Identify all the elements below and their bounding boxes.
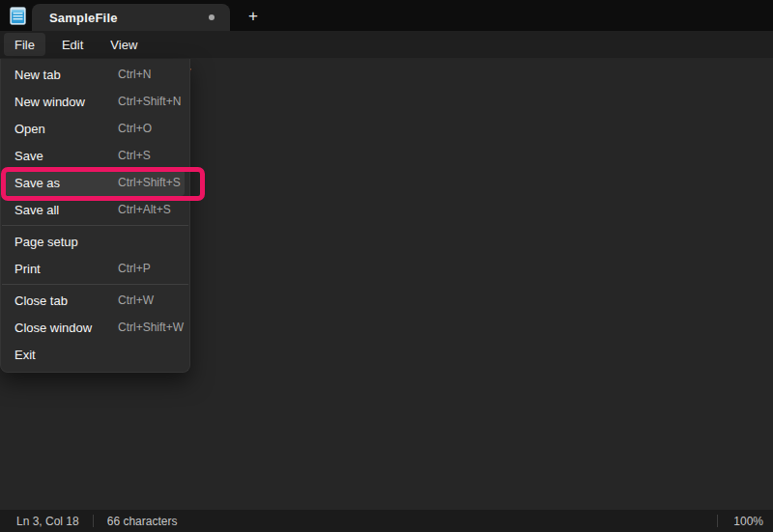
cursor-position: Ln 3, Col 18: [0, 515, 93, 528]
menu-item-new-window[interactable]: New window Ctrl+Shift+N: [6, 88, 185, 115]
notepad-window: SampleFile + File Edit View y New tab Ct…: [0, 0, 773, 532]
menu-item-shortcut: Ctrl+Shift+W: [118, 321, 184, 334]
menu-item-shortcut: Ctrl+Shift+N: [118, 95, 181, 108]
zoom-level[interactable]: 100%: [718, 515, 773, 528]
menu-item-print[interactable]: Print Ctrl+P: [6, 255, 185, 282]
menubar-item-file[interactable]: File: [4, 33, 45, 56]
menu-item-label: Page setup: [14, 235, 118, 249]
character-count: 66 characters: [94, 515, 191, 528]
menu-item-shortcut: Ctrl+Shift+S: [118, 176, 181, 189]
menu-item-close-window[interactable]: Close window Ctrl+Shift+W: [6, 314, 185, 341]
menu-item-label: Open: [14, 122, 118, 136]
menu-item-shortcut: Ctrl+N: [118, 68, 151, 81]
menu-separator: [2, 284, 188, 285]
tab-title: SampleFile: [49, 11, 118, 25]
menu-separator: [2, 225, 188, 226]
menu-item-shortcut: Ctrl+W: [118, 294, 154, 307]
file-menu-dropdown: New tab Ctrl+N New window Ctrl+Shift+N O…: [0, 59, 190, 373]
menu-item-shortcut: Ctrl+S: [118, 149, 151, 162]
menu-item-exit[interactable]: Exit: [6, 341, 185, 368]
menu-item-shortcut: Ctrl+Alt+S: [118, 203, 171, 216]
menu-item-open[interactable]: Open Ctrl+O: [6, 115, 185, 142]
menu-item-save-as[interactable]: Save as Ctrl+Shift+S: [6, 169, 185, 196]
menu-item-label: Close tab: [14, 294, 118, 308]
menu-item-shortcut: Ctrl+O: [118, 122, 152, 135]
tab-samplefile[interactable]: SampleFile: [32, 4, 230, 31]
statusbar: Ln 3, Col 18 66 characters 100%: [0, 510, 773, 532]
menu-item-label: Save as: [14, 176, 118, 190]
menu-item-label: New window: [14, 95, 118, 109]
menu-item-page-setup[interactable]: Page setup: [6, 228, 185, 255]
menu-item-close-tab[interactable]: Close tab Ctrl+W: [6, 287, 185, 314]
titlebar: SampleFile +: [0, 0, 773, 31]
menu-item-label: New tab: [14, 68, 118, 82]
menu-item-new-tab[interactable]: New tab Ctrl+N: [6, 61, 185, 88]
menu-item-label: Save: [14, 149, 118, 163]
menu-item-shortcut: Ctrl+P: [118, 262, 151, 275]
notepad-app-icon: [10, 7, 26, 25]
menubar: File Edit View: [0, 31, 773, 58]
menu-item-save[interactable]: Save Ctrl+S: [6, 142, 185, 169]
new-tab-button[interactable]: +: [240, 4, 267, 29]
menu-item-label: Save all: [14, 203, 118, 217]
menubar-item-view[interactable]: View: [100, 33, 148, 56]
menu-item-label: Close window: [14, 321, 118, 335]
menu-item-label: Exit: [14, 348, 118, 362]
menu-item-label: Print: [14, 262, 118, 276]
unsaved-changes-dot-icon: [209, 14, 215, 20]
menu-item-save-all[interactable]: Save all Ctrl+Alt+S: [6, 196, 185, 223]
menubar-item-edit[interactable]: Edit: [51, 33, 94, 56]
